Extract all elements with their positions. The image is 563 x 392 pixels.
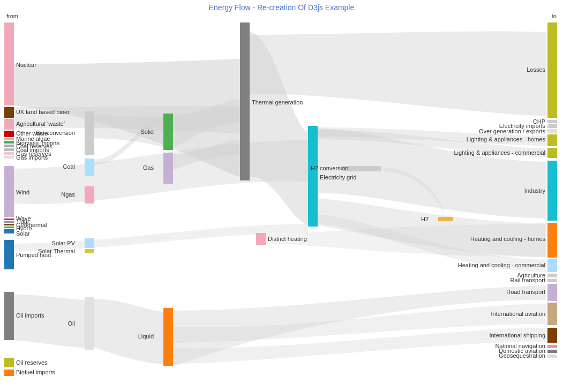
node-losses	[547, 22, 557, 118]
node-intl-shipping	[547, 328, 557, 343]
label-bio-conversion: Bio-conversion	[36, 130, 75, 136]
label-electricity-grid: Electricity grid	[320, 174, 356, 180]
node-other-waste	[4, 131, 14, 137]
node-national-nav	[547, 345, 557, 348]
node-wind	[4, 166, 14, 217]
node-bio-conversion	[85, 111, 94, 155]
label-lighting-commercial: Lighting & appliances - commercial	[454, 149, 545, 156]
node-rail	[547, 279, 557, 282]
chart-container: Energy Flow - Re-creation Of D3js Exampl…	[0, 0, 563, 392]
label-road: Road transport	[506, 289, 545, 295]
node-uk-land	[4, 107, 14, 118]
label-rail: Rail transport	[511, 277, 545, 283]
sankey-svg: Nuclear UK land based bioer Agricultural…	[0, 0, 563, 392]
node-coal-mid	[85, 159, 94, 176]
node-lighting-commercial	[547, 148, 557, 158]
node-agriculture	[547, 274, 557, 277]
node-district-heating	[256, 233, 266, 245]
node-intl-aviation	[547, 303, 557, 325]
node-wave	[4, 218, 14, 220]
label-lighting-homes: Lighting & appliances - homes	[467, 136, 546, 142]
node-agricultural	[4, 119, 14, 130]
node-liquid	[163, 308, 173, 366]
label-thermal-gen: Thermal generation	[252, 99, 303, 105]
node-over-gen	[547, 129, 557, 133]
node-heating-commercial	[547, 259, 557, 272]
node-gas-mid	[163, 153, 173, 184]
node-thermal-gen	[240, 22, 250, 180]
node-h2	[438, 217, 453, 221]
node-geothermal	[4, 224, 14, 225]
label-heating-commercial: Heating and cooling - commercial	[458, 262, 545, 268]
label-oil-mid: Oil	[68, 320, 75, 327]
label-oil-imports: Oil imports	[16, 312, 44, 319]
node-lighting-homes	[547, 134, 557, 146]
label-oil-reserves: Oil reserves	[16, 359, 48, 366]
label-nuclear: Nuclear	[16, 62, 36, 68]
node-biomass-imports	[4, 141, 14, 144]
node-solar	[4, 229, 14, 233]
label-solar: Solar	[16, 230, 30, 237]
label-agricultural: Agricultural 'waste'	[16, 120, 65, 127]
node-chp	[547, 120, 557, 123]
label-wind: Wind	[16, 189, 29, 195]
node-oil-mid	[85, 297, 94, 350]
node-solar-pv	[85, 238, 94, 248]
label-gas-mid: Gas	[143, 164, 154, 171]
node-gas-reserves	[4, 152, 14, 155]
node-biofuel-imports	[4, 370, 14, 376]
label-solar-pv: Solar PV	[52, 240, 76, 246]
label-gas-imports: Gas imports	[16, 154, 48, 161]
node-electricity-imports	[547, 124, 557, 128]
node-ngas	[85, 186, 94, 203]
node-marine-algae	[4, 138, 14, 140]
node-domestic-aviation	[547, 350, 557, 353]
node-industry	[547, 161, 557, 221]
label-solid: Solid	[141, 129, 154, 135]
node-electricity-grid	[308, 126, 318, 227]
node-heating-homes	[547, 223, 557, 258]
node-nuclear	[4, 22, 14, 105]
node-tidal	[4, 221, 14, 223]
node-h2-conversion	[343, 166, 381, 171]
node-road	[547, 284, 557, 301]
label-solar-thermal: Solar Thermal	[38, 248, 75, 254]
node-oil-imports	[4, 292, 14, 340]
label-liquid: Liquid	[138, 333, 154, 340]
label-heating-homes: Heating and cooling - homes	[470, 236, 546, 242]
label-coal-mid: Coal	[63, 163, 75, 170]
label-uk-land: UK land based bioer	[16, 109, 70, 115]
label-district-heating: District heating	[268, 236, 307, 242]
label-h2: H2	[421, 216, 429, 222]
label-geosequestration: Geosequestration	[499, 352, 545, 359]
node-pumped-heat	[4, 240, 14, 269]
label-ngas: Ngas	[61, 191, 75, 198]
label-losses: Losses	[527, 66, 545, 73]
node-oil-reserves	[4, 358, 14, 367]
node-hydro	[4, 227, 14, 228]
label-intl-shipping: International shipping	[489, 332, 545, 338]
label-intl-aviation: International aviation	[491, 311, 545, 317]
node-coal-reserves	[4, 145, 14, 147]
label-over-gen: Over generation / exports	[479, 128, 546, 134]
label-h2-conversion: H2 conversion	[311, 165, 348, 171]
node-solar-thermal	[85, 249, 94, 253]
label-biofuel-imports: Biofuel imports	[16, 369, 55, 375]
node-gas-imports	[4, 156, 14, 159]
node-geosequestration	[547, 355, 557, 358]
node-solid	[163, 114, 173, 150]
label-industry: Industry	[524, 187, 546, 194]
node-coal-imports	[4, 148, 14, 151]
